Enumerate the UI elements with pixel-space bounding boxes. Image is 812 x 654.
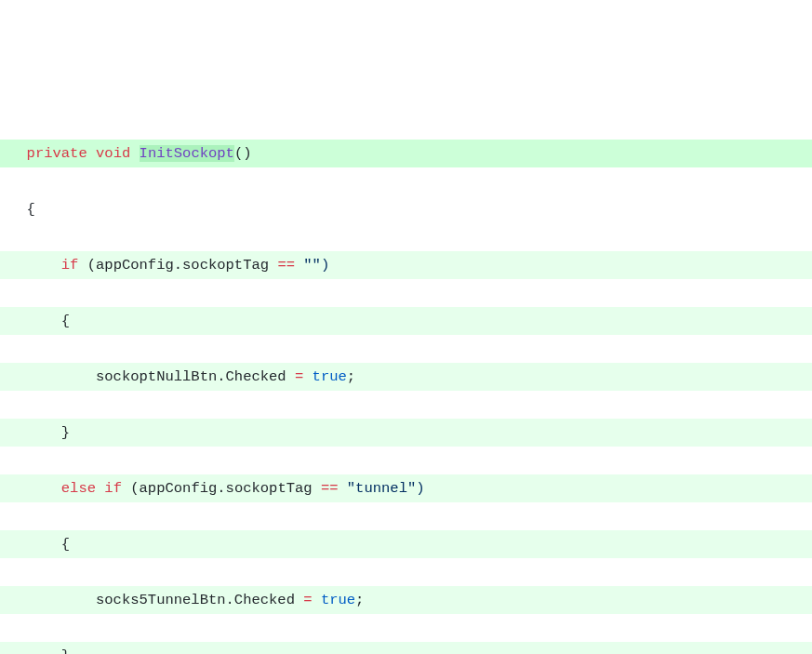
code-line: {	[0, 530, 812, 558]
code-line: private void InitSockopt()	[0, 140, 812, 167]
brace-open: {	[61, 536, 70, 553]
brace-close: }	[61, 424, 70, 441]
code-line: {	[0, 307, 812, 335]
keyword-private: private	[27, 145, 87, 162]
brace-open: {	[27, 201, 35, 218]
cond-open: (appConfig.sockoptTag	[130, 480, 321, 497]
code-line: {	[0, 195, 812, 223]
code-line: sockoptNullBtn.Checked = true;	[0, 363, 812, 391]
op-assign: =	[303, 592, 312, 608]
bool-literal: true	[321, 592, 355, 608]
op-eq: ==	[277, 257, 295, 274]
semi: ;	[347, 368, 355, 385]
stmt-prefix: sockoptNullBtn.Checked	[96, 368, 295, 385]
method-name: InitSockopt	[140, 145, 234, 162]
keyword-if: if	[61, 257, 79, 274]
cond-open: (appConfig.sockoptTag	[87, 257, 278, 274]
string-literal: "")	[295, 257, 329, 274]
code-line: socks5TunnelBtn.Checked = true;	[0, 586, 812, 614]
paren: ()	[234, 145, 252, 162]
keyword-if: if	[104, 480, 122, 497]
brace-close: }	[61, 647, 70, 654]
string-literal: "tunnel")	[339, 480, 425, 497]
keyword-else: else	[61, 480, 96, 497]
op-assign: =	[295, 368, 303, 385]
keyword-void: void	[96, 145, 130, 162]
bool-literal: true	[313, 368, 347, 385]
semi: ;	[355, 592, 364, 608]
code-line: }	[0, 642, 812, 654]
stmt-prefix: socks5TunnelBtn.Checked	[96, 592, 303, 608]
op-eq: ==	[321, 480, 339, 497]
code-line: }	[0, 419, 812, 447]
code-line: else if (appConfig.sockoptTag == "tunnel…	[0, 474, 812, 502]
brace-open: {	[61, 313, 70, 329]
code-diff-block: private void InitSockopt() { if (appConf…	[0, 112, 812, 654]
code-line: if (appConfig.sockoptTag == "")	[0, 251, 812, 279]
